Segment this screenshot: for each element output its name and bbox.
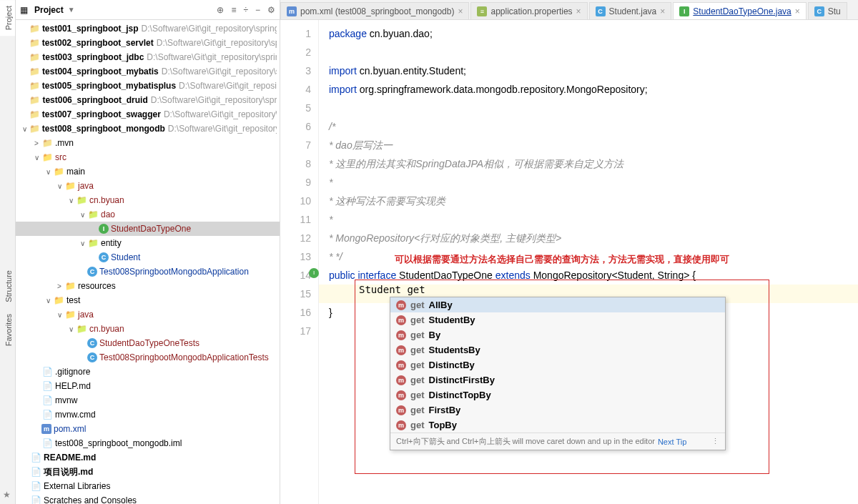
close-icon[interactable]: × bbox=[576, 6, 581, 16]
twisty-icon[interactable]: ∨ bbox=[66, 197, 76, 204]
tree-node[interactable]: CTest008SpringbootMongodbApplication bbox=[16, 265, 280, 279]
tree-node[interactable]: test001_springboot_jspD:\Software\Git\gi… bbox=[16, 21, 280, 36]
gear-icon[interactable]: ⚙ bbox=[267, 5, 275, 15]
close-icon[interactable]: × bbox=[795, 6, 800, 16]
rail-tab-project[interactable]: Project bbox=[0, 0, 15, 36]
completion-item[interactable]: mgetFirstBy bbox=[390, 402, 725, 417]
pkg-icon bbox=[87, 209, 99, 220]
sidebar-tools: ⊕ ≡ ÷ − ⚙ bbox=[217, 5, 275, 15]
tree-node[interactable]: CTest008SpringbootMongodbApplicationTest… bbox=[16, 350, 280, 365]
tree-node[interactable]: test005_springboot_mybatisplusD:\Softwar… bbox=[16, 79, 280, 93]
twisty-icon[interactable]: ∨ bbox=[54, 311, 64, 319]
twisty-icon[interactable]: > bbox=[31, 139, 41, 147]
tree-node[interactable]: ∨cn.byuan bbox=[16, 322, 280, 336]
completion-item[interactable]: mgetStudentsBy bbox=[390, 342, 725, 357]
code-line[interactable]: /* bbox=[329, 117, 858, 136]
completion-popup[interactable]: mgetAllBymgetStudentBymgetBymgetStudents… bbox=[390, 297, 726, 450]
tree-node[interactable]: External Libraries bbox=[16, 479, 280, 493]
tree-node[interactable]: test003_springboot_jdbcD:\Software\Git\g… bbox=[16, 50, 280, 64]
completion-item[interactable]: mgetDistinctBy bbox=[390, 357, 725, 372]
tree-node[interactable]: ∨entity bbox=[16, 236, 280, 250]
tree-path: D:\Software\Git\git_repository\spring bbox=[147, 52, 277, 62]
twisty-icon[interactable]: ∨ bbox=[43, 168, 53, 176]
code-line[interactable] bbox=[329, 43, 858, 61]
tree-node[interactable]: ∨dao bbox=[16, 207, 280, 222]
twisty-icon[interactable]: ∨ bbox=[20, 125, 29, 133]
twisty-icon[interactable]: ∨ bbox=[43, 297, 53, 305]
tree-node[interactable]: test002_springboot_servletD:\Software\Gi… bbox=[16, 36, 280, 50]
twisty-icon[interactable]: ∨ bbox=[77, 211, 87, 219]
tree-node[interactable]: test006_springboot_druidD:\Software\Git\… bbox=[16, 93, 280, 107]
more-icon[interactable]: ⋮ bbox=[711, 437, 719, 446]
tree-node[interactable]: mpom.xml bbox=[16, 422, 280, 436]
tree-node[interactable]: ∨java bbox=[16, 179, 280, 193]
locate-icon[interactable]: ⊕ bbox=[217, 5, 224, 15]
collapse-icon[interactable]: ÷ bbox=[243, 5, 248, 15]
code-line[interactable]: * 这种写法不需要写实现类 bbox=[329, 192, 858, 210]
rail-tab-favorites[interactable]: Favorites bbox=[0, 308, 15, 352]
tree-node[interactable]: .gitignore bbox=[16, 365, 280, 379]
code-line[interactable]: * bbox=[329, 173, 858, 192]
tree-node[interactable]: IStudentDaoTypeOne bbox=[16, 222, 280, 236]
next-tip-link[interactable]: Next Tip bbox=[658, 438, 686, 446]
code-line[interactable]: * dao层写法一 bbox=[329, 136, 858, 154]
chevron-down-icon[interactable]: ▼ bbox=[68, 6, 75, 14]
code-line[interactable]: * MongoRepository<行对应的对象类型, 主键列类型> bbox=[329, 229, 858, 247]
tree-node[interactable]: mvnw.cmd bbox=[16, 407, 280, 422]
editor-tab[interactable]: CStu bbox=[808, 2, 847, 19]
editor-tab[interactable]: ≡application.properties× bbox=[470, 2, 587, 19]
tree-node[interactable]: 项目说明.md bbox=[16, 465, 280, 479]
tree-node[interactable]: ∨src bbox=[16, 150, 280, 164]
tree-node[interactable]: test004_springboot_mybatisD:\Software\Gi… bbox=[16, 64, 280, 79]
completion-item[interactable]: mgetBy bbox=[390, 327, 725, 342]
tree-node[interactable]: CStudent bbox=[16, 250, 280, 265]
tree-node[interactable]: ∨cn.byuan bbox=[16, 193, 280, 207]
tree-node[interactable]: ∨test bbox=[16, 293, 280, 307]
editor-tab[interactable]: CStudent.java× bbox=[589, 2, 672, 19]
code-line[interactable] bbox=[329, 99, 858, 117]
code-line[interactable]: public interface StudentDaoTypeOne exten… bbox=[329, 266, 858, 285]
tree-node[interactable]: HELP.md bbox=[16, 379, 280, 393]
tree-node[interactable]: mvnw bbox=[16, 393, 280, 407]
completion-item[interactable]: mgetTopBy bbox=[390, 417, 725, 433]
tree-node[interactable]: ∨main bbox=[16, 164, 280, 179]
rail-tab-structure[interactable]: Structure bbox=[0, 265, 15, 308]
editor-tab[interactable]: IStudentDaoTypeOne.java× bbox=[673, 2, 806, 19]
completion-item[interactable]: mgetDistinctTopBy bbox=[390, 387, 725, 402]
code-line[interactable]: * 这里的用法其实和SpringDataJPA相似，可根据需要来自定义方法 bbox=[329, 154, 858, 173]
editor-tab[interactable]: mpom.xml (test008_springboot_mongodb)× bbox=[280, 2, 469, 19]
project-tree[interactable]: test001_springboot_jspD:\Software\Git\gi… bbox=[16, 20, 280, 504]
tree-node[interactable]: >.mvn bbox=[16, 136, 280, 150]
completion-item[interactable]: mgetAllBy bbox=[390, 297, 725, 312]
tree-node[interactable]: test007_springboot_swaggerD:\Software\Gi… bbox=[16, 107, 280, 122]
code-line[interactable]: import org.springframework.data.mongodb.… bbox=[329, 80, 858, 99]
code-line[interactable]: * bbox=[329, 210, 858, 229]
hide-icon[interactable]: − bbox=[255, 5, 260, 15]
tree-label: java bbox=[78, 181, 94, 191]
twisty-icon[interactable]: ∨ bbox=[77, 239, 87, 247]
twisty-icon[interactable]: ∨ bbox=[31, 154, 41, 162]
editor-tabs: mpom.xml (test008_springboot_mongodb)×≡a… bbox=[280, 0, 858, 20]
tree-node[interactable]: CStudentDaoTypeOneTests bbox=[16, 336, 280, 350]
tree-node[interactable]: ∨java bbox=[16, 307, 280, 322]
tree-node[interactable]: test008_springboot_mongodb.iml bbox=[16, 436, 280, 450]
close-icon[interactable]: × bbox=[660, 6, 665, 16]
expand-icon[interactable]: ≡ bbox=[231, 5, 236, 15]
code-line[interactable]: import cn.byuan.entity.Student; bbox=[329, 61, 858, 80]
bluefolder-icon bbox=[41, 152, 53, 163]
close-icon[interactable]: × bbox=[458, 6, 463, 16]
tree-node[interactable]: Scratches and Consoles bbox=[16, 493, 280, 504]
code-line[interactable]: package cn.byuan.dao; bbox=[329, 24, 858, 43]
twisty-icon[interactable]: ∨ bbox=[54, 182, 64, 190]
tree-node[interactable]: ∨test008_springboot_mongodbD:\Software\G… bbox=[16, 122, 280, 136]
interface-marker-icon[interactable]: I bbox=[309, 268, 319, 278]
completion-suffix: DistinctBy bbox=[429, 360, 475, 370]
completion-item[interactable]: mgetDistinctFirstBy bbox=[390, 372, 725, 387]
tree-label: test008_springboot_mongodb bbox=[42, 124, 165, 134]
sidebar-title[interactable]: Project bbox=[34, 5, 64, 15]
tree-node[interactable]: >resources bbox=[16, 279, 280, 293]
completion-item[interactable]: mgetStudentBy bbox=[390, 312, 725, 327]
twisty-icon[interactable]: > bbox=[54, 282, 64, 290]
twisty-icon[interactable]: ∨ bbox=[66, 325, 76, 333]
tree-node[interactable]: README.md bbox=[16, 450, 280, 465]
